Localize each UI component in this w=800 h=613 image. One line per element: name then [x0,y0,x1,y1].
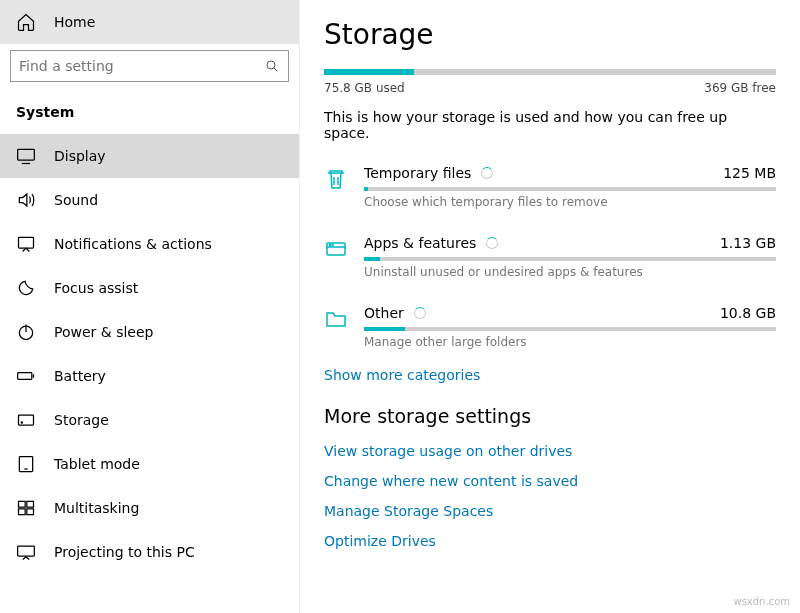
category-value: 125 MB [723,165,776,181]
search-box[interactable] [10,50,289,82]
link-optimize-drives[interactable]: Optimize Drives [324,533,776,549]
category-bar [364,187,776,191]
trash-icon [324,167,348,191]
sidebar-item-label: Storage [54,412,109,428]
power-icon [16,322,36,342]
section-header: System [0,92,299,134]
sidebar-item-multitasking[interactable]: Multitasking [0,486,299,530]
loading-spinner-icon [481,167,493,179]
svg-line-1 [274,68,277,71]
svg-rect-17 [18,546,35,556]
sidebar-item-label: Focus assist [54,280,138,296]
sidebar-item-display[interactable]: Display [0,134,299,178]
sidebar-item-label: Notifications & actions [54,236,212,252]
focus-assist-icon [16,278,36,298]
storage-icon [16,410,36,430]
svg-point-22 [330,245,331,246]
main-content: Storage 75.8 GB used 369 GB free This is… [300,0,800,613]
sidebar-item-power-sleep[interactable]: Power & sleep [0,310,299,354]
category-title: Temporary files [364,165,471,181]
svg-rect-15 [19,509,26,515]
sidebar-item-label: Battery [54,368,106,384]
search-icon [264,58,280,74]
battery-icon [16,366,36,386]
page-title: Storage [324,18,776,51]
svg-rect-7 [18,373,32,380]
svg-point-0 [267,61,275,69]
home-label: Home [54,14,95,30]
overall-usage-fill [324,69,414,75]
display-icon [16,146,36,166]
sidebar-item-tablet-mode[interactable]: Tablet mode [0,442,299,486]
sidebar-item-label: Tablet mode [54,456,140,472]
home-icon [16,12,36,32]
overall-usage-bar [324,69,776,75]
sound-icon [16,190,36,210]
svg-point-23 [332,245,333,246]
category-temporary-files[interactable]: Temporary files 125 MB Choose which temp… [324,157,776,227]
sidebar-item-label: Projecting to this PC [54,544,195,560]
folder-icon [324,307,348,331]
home-nav[interactable]: Home [0,0,299,44]
show-more-categories-link[interactable]: Show more categories [324,367,776,383]
multitasking-icon [16,498,36,518]
sidebar-item-focus-assist[interactable]: Focus assist [0,266,299,310]
sidebar-item-label: Display [54,148,106,164]
sidebar-item-battery[interactable]: Battery [0,354,299,398]
sidebar-item-projecting[interactable]: Projecting to this PC [0,530,299,574]
category-subtitle: Uninstall unused or undesired apps & fea… [364,265,776,279]
svg-rect-4 [19,237,34,248]
category-bar [364,327,776,331]
loading-spinner-icon [486,237,498,249]
category-apps-features[interactable]: Apps & features 1.13 GB Uninstall unused… [324,227,776,297]
link-storage-spaces[interactable]: Manage Storage Spaces [324,503,776,519]
sidebar-item-label: Multitasking [54,500,139,516]
category-value: 10.8 GB [720,305,776,321]
sidebar: Home System Display Sound Notifications … [0,0,300,613]
used-label: 75.8 GB used [324,81,405,95]
projecting-icon [16,542,36,562]
category-value: 1.13 GB [720,235,776,251]
category-subtitle: Choose which temporary files to remove [364,195,776,209]
sidebar-item-label: Power & sleep [54,324,153,340]
svg-rect-16 [27,509,34,515]
free-label: 369 GB free [704,81,776,95]
svg-rect-9 [19,415,34,425]
svg-rect-14 [27,501,34,507]
category-title: Apps & features [364,235,476,251]
tablet-icon [16,454,36,474]
notifications-icon [16,234,36,254]
more-settings-heading: More storage settings [324,405,776,427]
sidebar-item-label: Sound [54,192,98,208]
sidebar-item-notifications[interactable]: Notifications & actions [0,222,299,266]
search-wrap [0,44,299,92]
sidebar-item-sound[interactable]: Sound [0,178,299,222]
svg-point-10 [21,422,22,423]
loading-spinner-icon [414,307,426,319]
link-change-save-location[interactable]: Change where new content is saved [324,473,776,489]
svg-rect-13 [19,501,26,507]
sidebar-item-storage[interactable]: Storage [0,398,299,442]
category-other[interactable]: Other 10.8 GB Manage other large folders [324,297,776,367]
watermark: wsxdn.com [733,596,790,607]
category-bar [364,257,776,261]
storage-description: This is how your storage is used and how… [324,109,776,141]
svg-rect-2 [18,149,35,160]
link-view-drives[interactable]: View storage usage on other drives [324,443,776,459]
category-subtitle: Manage other large folders [364,335,776,349]
search-input[interactable] [19,58,256,74]
category-title: Other [364,305,404,321]
apps-icon [324,237,348,261]
